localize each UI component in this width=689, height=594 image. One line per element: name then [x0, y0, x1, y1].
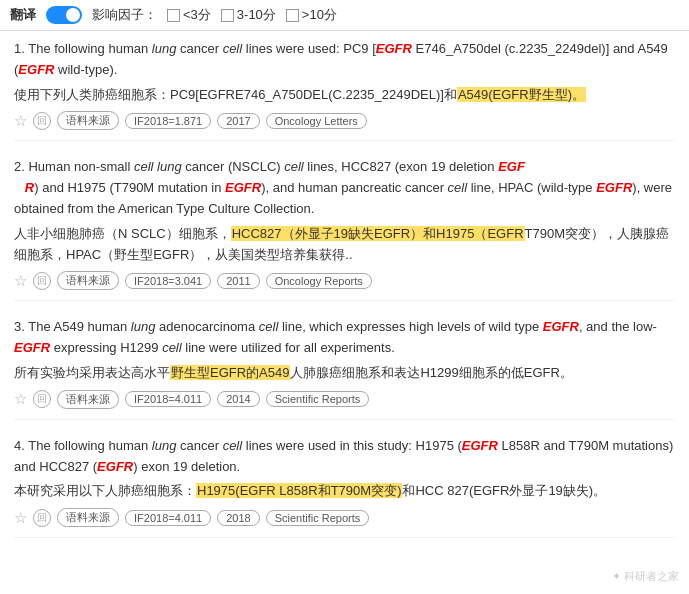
- if-tag-2[interactable]: IF2018=3.041: [125, 273, 211, 289]
- result-4-en: 4. The following human lung cancer cell …: [14, 436, 675, 478]
- result-2-meta: ☆ 回 语料来源 IF2018=3.041 2011 Oncology Repo…: [14, 271, 675, 290]
- result-1-zh: 使用下列人类肺癌细胞系：PC9[EGFRE746_A750DEL(C.2235_…: [14, 85, 675, 106]
- result-2-en: 2. Human non-small cell lung cancer (NSC…: [14, 157, 675, 219]
- journal-tag-1[interactable]: Oncology Letters: [266, 113, 367, 129]
- result-3-en: 3. The A549 human lung adenocarcinoma ce…: [14, 317, 675, 359]
- result-3-zh: 所有实验均采用表达高水平野生型EGFR的A549人肺腺癌细胞系和表达H1299细…: [14, 363, 675, 384]
- checkbox-3-10[interactable]: [221, 9, 234, 22]
- result-2-highlight: HCC827（外显子19缺失EGFR）和H1975（EGFR: [231, 226, 525, 241]
- result-item-2: 2. Human non-small cell lung cancer (NSC…: [14, 157, 675, 301]
- filter-gt10[interactable]: >10分: [286, 6, 337, 24]
- star-icon-4[interactable]: ☆: [14, 509, 27, 527]
- filter-label: 影响因子：: [92, 6, 157, 24]
- filter-gt10-label: >10分: [302, 6, 337, 24]
- result-3-meta: ☆ 回 语料来源 IF2018=4.011 2014 Scientific Re…: [14, 390, 675, 409]
- result-3-highlight: 野生型EGFR的A549: [170, 365, 290, 380]
- results-list: 1. The following human lung cancer cell …: [0, 31, 689, 562]
- if-tag-3[interactable]: IF2018=4.011: [125, 391, 211, 407]
- result-1-highlight: A549(EGFR野生型)。: [457, 87, 586, 102]
- checkbox-lt3[interactable]: [167, 9, 180, 22]
- result-3-number: 3.: [14, 319, 25, 334]
- checkbox-gt10[interactable]: [286, 9, 299, 22]
- star-icon-3[interactable]: ☆: [14, 390, 27, 408]
- year-tag-3[interactable]: 2014: [217, 391, 259, 407]
- translate-toggle[interactable]: [46, 6, 82, 24]
- watermark-text: 科研者之家: [624, 570, 679, 582]
- source-tag-3[interactable]: 语料来源: [57, 390, 119, 409]
- egfr-1a: EGFR: [376, 41, 412, 56]
- year-tag-1[interactable]: 2017: [217, 113, 259, 129]
- source-tag-1[interactable]: 语料来源: [57, 111, 119, 130]
- result-4-highlight: H1975(EGFR L858R和T790M突变): [196, 483, 402, 498]
- translate-label: 翻译: [10, 6, 36, 24]
- result-4-zh: 本研究采用以下人肺癌细胞系：H1975(EGFR L858R和T790M突变)和…: [14, 481, 675, 502]
- star-icon-2[interactable]: ☆: [14, 272, 27, 290]
- result-1-meta: ☆ 回 语料来源 IF2018=1.871 2017 Oncology Lett…: [14, 111, 675, 130]
- if-tag-1[interactable]: IF2018=1.871: [125, 113, 211, 129]
- year-tag-2[interactable]: 2011: [217, 273, 259, 289]
- round-icon-4[interactable]: 回: [33, 509, 51, 527]
- source-tag-2[interactable]: 语料来源: [57, 271, 119, 290]
- journal-tag-4[interactable]: Scientific Reports: [266, 510, 370, 526]
- egfr-4b: EGFR: [97, 459, 133, 474]
- filter-3-10[interactable]: 3-10分: [221, 6, 276, 24]
- journal-tag-2[interactable]: Oncology Reports: [266, 273, 372, 289]
- result-4-number: 4.: [14, 438, 25, 453]
- toggle-knob: [66, 8, 80, 22]
- star-icon-1[interactable]: ☆: [14, 112, 27, 130]
- round-icon-1[interactable]: 回: [33, 112, 51, 130]
- result-item-4: 4. The following human lung cancer cell …: [14, 436, 675, 538]
- egfr-1b: EGFR: [18, 62, 54, 77]
- result-2-zh: 人非小细胞肺癌（N SCLC）细胞系，HCC827（外显子19缺失EGFR）和H…: [14, 224, 675, 266]
- year-tag-4[interactable]: 2018: [217, 510, 259, 526]
- result-item-1: 1. The following human lung cancer cell …: [14, 39, 675, 141]
- round-icon-2[interactable]: 回: [33, 272, 51, 290]
- result-1-number: 1.: [14, 41, 25, 56]
- filter-lt3-label: <3分: [183, 6, 211, 24]
- result-1-en: 1. The following human lung cancer cell …: [14, 39, 675, 81]
- egfr-2c: EGFR: [596, 180, 632, 195]
- filter-3-10-label: 3-10分: [237, 6, 276, 24]
- result-item-3: 3. The A549 human lung adenocarcinoma ce…: [14, 317, 675, 419]
- journal-tag-3[interactable]: Scientific Reports: [266, 391, 370, 407]
- round-icon-3[interactable]: 回: [33, 390, 51, 408]
- watermark-icon: ✦: [612, 570, 621, 582]
- watermark: ✦ 科研者之家: [612, 569, 679, 584]
- top-bar: 翻译 影响因子： <3分 3-10分 >10分: [0, 0, 689, 31]
- egfr-4a: EGFR: [462, 438, 498, 453]
- result-2-number: 2.: [14, 159, 25, 174]
- egfr-2b: EGFR: [225, 180, 261, 195]
- source-tag-4[interactable]: 语料来源: [57, 508, 119, 527]
- if-tag-4[interactable]: IF2018=4.011: [125, 510, 211, 526]
- result-4-meta: ☆ 回 语料来源 IF2018=4.011 2018 Scientific Re…: [14, 508, 675, 527]
- egfr-3b: EGFR: [14, 340, 50, 355]
- filter-lt3[interactable]: <3分: [167, 6, 211, 24]
- egfr-3a: EGFR: [543, 319, 579, 334]
